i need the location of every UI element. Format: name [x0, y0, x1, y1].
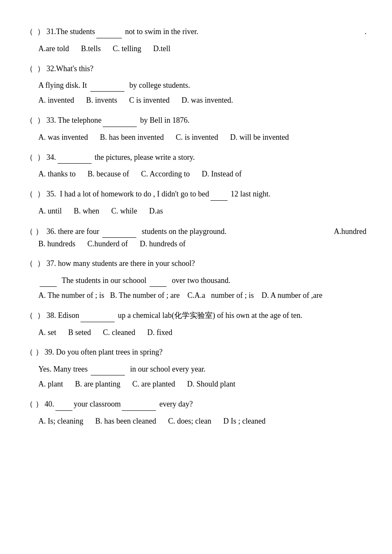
q38-option-c: C. cleaned — [103, 326, 135, 339]
q33-option-d: D. will be invented — [230, 131, 289, 144]
q32-blank — [90, 79, 124, 92]
q40-option-b: B. has been cleaned — [95, 415, 156, 427]
q31-options: A.are told B.tells C. telling D.tell — [38, 43, 366, 55]
question-38: （ ） 38. Edison up a chemical lab(化学实验室) … — [26, 309, 366, 339]
question-34: （ ） 34. the pictures, please write a sto… — [26, 151, 366, 181]
q38-blank — [81, 309, 115, 322]
q32-sub: A flying disk. It by college students. — [38, 79, 366, 92]
q35-bracket: （ ） — [26, 188, 45, 200]
q32-bracket: （ ） — [26, 63, 45, 75]
q40-blank2 — [122, 398, 156, 411]
q40-number: 40. — [45, 398, 55, 410]
q34-option-c: C. According to — [141, 168, 190, 180]
q31-bracket: （ ） — [26, 26, 45, 38]
q39-bracket: （ ） — [26, 346, 43, 358]
q34-bracket: （ ） — [26, 151, 45, 164]
q36-main: （ ） 36. there are four students on the p… — [26, 225, 330, 238]
q37-sub-after: over two thousand. — [170, 276, 231, 285]
q40-option-d: D Is ; cleaned — [223, 415, 265, 427]
q32-option-c: C is invented — [129, 94, 170, 107]
q37-sub-text: The students in our schoool — [60, 276, 147, 285]
q33-text-before: 33. The telephone — [46, 114, 101, 127]
question-36: （ ） 36. there are four students on the p… — [26, 225, 366, 250]
q37-blank2 — [150, 274, 167, 287]
q40-blank1 — [55, 398, 72, 411]
question-33: （ ） 33. The telephone by Bell in 1876. A… — [26, 114, 366, 144]
q34-options: A. thanks to B. because of C. According … — [38, 168, 366, 180]
q36-line: （ ） 36. there are four students on the p… — [26, 225, 366, 238]
q35-option-a: A. until — [38, 205, 62, 217]
q35-option-b: B. when — [74, 205, 99, 217]
question-37: （ ） 37. how many students are there in y… — [26, 257, 366, 301]
q33-option-a: A. was invented — [38, 131, 88, 144]
q36-option-b: B. hundreds — [38, 238, 75, 250]
q36-blank — [102, 225, 136, 238]
q39-text: 39. Do you often plant trees in spring? — [45, 346, 163, 358]
q37-blank1 — [40, 274, 57, 287]
q39-blank — [91, 363, 125, 375]
q40-bracket: （ ） — [26, 398, 43, 410]
q35-blank — [210, 188, 228, 201]
question-32: （ ） 32.What's this? A flying disk. It by… — [26, 63, 366, 107]
question-40: （ ） 40. your classroom every day? A. Is;… — [26, 398, 366, 427]
q35-text-after: 12 last night. — [229, 188, 271, 200]
q32-text: 32.What's this? — [46, 63, 93, 75]
q38-text-before: 38. Edison — [46, 309, 79, 322]
q38-bracket: （ ） — [26, 309, 45, 322]
q40-option-c: C. does; clean — [168, 415, 211, 427]
q38-text-after: up a chemical lab(化学实验室) of his own at t… — [116, 309, 302, 322]
q39-option-b: B. are planting — [75, 378, 120, 390]
q40-text-mid: your classroom — [74, 398, 121, 410]
q36-right-option: A.hundred — [330, 225, 366, 238]
q40-options: A. Is; cleaning B. has been cleaned C. d… — [38, 415, 366, 427]
q32-option-b: B. invents — [86, 94, 117, 107]
q32-options: A. invented B. invents C is invented D. … — [38, 94, 366, 107]
question-31: （ ） 31.The students not to swim in the r… — [26, 26, 366, 55]
q37-bracket: （ ） — [26, 257, 45, 270]
q37-options: A. The number of ; is B. The number of ;… — [38, 289, 366, 302]
q31-period: . — [365, 26, 367, 38]
q34-text-after: the pictures, please write a story. — [93, 151, 195, 164]
question-35: （ ） 35. I had a lot of homework to do , … — [26, 188, 366, 217]
q38-options: A. set B seted C. cleaned D. fixed — [38, 326, 366, 339]
q39-sub: Yes. Many trees in our school every year… — [38, 363, 366, 375]
q35-options: A. until B. when C. while D.as — [38, 205, 366, 217]
q36-text-before: 36. there are four — [46, 227, 99, 236]
q35-option-c: C. while — [111, 205, 137, 217]
q34-option-a: A. thanks to — [38, 168, 76, 180]
q33-options: A. was invented B. has been invented C. … — [38, 131, 366, 144]
q35-option-d: D.as — [149, 205, 163, 217]
q39-option-a: A. plant — [38, 378, 63, 390]
q36-bracket: （ ） — [26, 225, 43, 238]
question-39: （ ） 39. Do you often plant trees in spri… — [26, 346, 366, 390]
q36-options: B. hundreds C.hunderd of D. hundreds of — [38, 238, 366, 250]
q39-sub-after: in our school every year. — [128, 365, 206, 373]
q39-options: A. plant B. are planting C. are planted … — [38, 378, 366, 390]
q32-sub-after: by college students. — [127, 81, 190, 89]
q36-option-c: C.hunderd of — [87, 238, 128, 250]
q40-option-a: A. Is; cleaning — [38, 415, 83, 427]
q38-option-b: B seted — [68, 326, 91, 339]
q32-option-d: D. was invented. — [182, 94, 233, 107]
q31-option-a: A.are told — [38, 43, 69, 55]
q38-option-d: D. fixed — [147, 326, 172, 339]
q33-option-b: B. has been invented — [100, 131, 164, 144]
q37-text: 37. how many students are there in your … — [46, 257, 195, 270]
q36-text-after: students on the playground. — [140, 227, 226, 236]
q34-option-d: D. Instead of — [202, 168, 241, 180]
q31-option-b: B.tells — [81, 43, 101, 55]
q31-blank — [96, 26, 122, 38]
q33-blank — [103, 114, 137, 127]
q37-sub: The students in our schoool over two tho… — [38, 274, 366, 287]
q34-number: 34. — [46, 151, 56, 164]
q38-option-a: A. set — [38, 326, 56, 339]
q32-sub-text: A flying disk. It — [38, 81, 87, 89]
q34-option-b: B. because of — [88, 168, 129, 180]
q32-option-a: A. invented — [38, 94, 74, 107]
q39-sub-text: Yes. Many trees — [38, 365, 88, 373]
q33-bracket: （ ） — [26, 114, 45, 127]
q31-option-c: C. telling — [113, 43, 141, 55]
q35-text-before: 35. I had a lot of homework to do , I di… — [46, 188, 209, 200]
q36-option-d: D. hundreds of — [140, 238, 185, 250]
q40-text-after: every day? — [157, 398, 193, 410]
